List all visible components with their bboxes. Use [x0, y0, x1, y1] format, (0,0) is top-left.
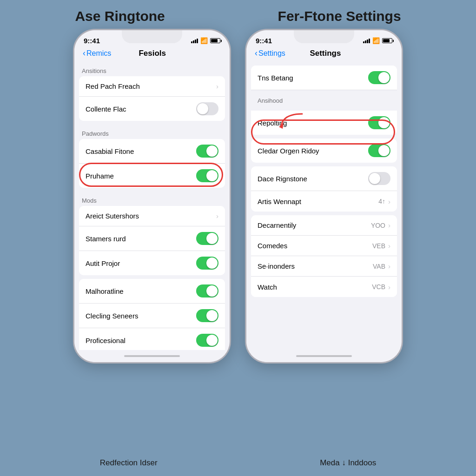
- row-red-pach[interactable]: Red Pach Freach ›: [79, 76, 225, 97]
- nav-back-label-right: Settings: [258, 49, 285, 58]
- comedes-value: VEB: [372, 242, 385, 250]
- row-right-seinonders: VAB ›: [373, 262, 390, 270]
- nav-back-right[interactable]: ‹ Settings: [255, 48, 285, 58]
- toggle-knob-collente: [197, 103, 208, 114]
- decarn-value: YOO: [371, 222, 385, 229]
- toggle-malhoratline[interactable]: [196, 284, 218, 298]
- toggle-knob-dace: [369, 173, 380, 184]
- home-bar-right: [296, 355, 352, 357]
- row-decarnentily[interactable]: Decarnentily YOO ›: [251, 215, 397, 236]
- row-label-repolting: Repolting: [258, 119, 368, 127]
- toggle-knob-autit: [206, 258, 218, 269]
- status-icons-left: 📶: [191, 37, 220, 44]
- group-cledar: Cledar Orgen Ridoy: [251, 139, 397, 163]
- row-label-decarnentily: Decarnentily: [258, 221, 371, 229]
- row-casabial[interactable]: Casabial Fitone: [79, 139, 225, 164]
- toggle-tns-betang[interactable]: [368, 71, 390, 84]
- row-pruhame[interactable]: Pruhame: [79, 164, 225, 188]
- row-stamers[interactable]: Stamers rurd: [79, 226, 225, 251]
- section-header-padwords: Padwords: [74, 125, 230, 139]
- toggle-repolting[interactable]: [368, 116, 390, 129]
- row-label-seinonders: Se·inonders: [258, 262, 373, 270]
- battery-icon-right: [382, 38, 392, 43]
- row-label-autit: Autit Projor: [86, 259, 196, 267]
- row-watch[interactable]: Watch VCB ›: [251, 277, 397, 297]
- bottom-label-right: Meda ↓ Inddoos: [320, 458, 376, 468]
- row-seinonders[interactable]: Se·inonders VAB ›: [251, 256, 397, 277]
- right-phone: 9::41 📶 ‹ Settings Settings: [245, 29, 403, 364]
- row-comedes[interactable]: Comedes VEB ›: [251, 236, 397, 256]
- toggle-casabial[interactable]: [196, 145, 218, 158]
- battery-icon-left: [210, 38, 220, 43]
- row-autit[interactable]: Autit Projor: [79, 251, 225, 275]
- row-tns-betang[interactable]: Tns Betang: [251, 66, 397, 90]
- toggle-knob-casabial: [206, 145, 218, 157]
- status-icons-right: 📶: [363, 37, 392, 44]
- chevron-red-pach: ›: [216, 82, 218, 90]
- row-label-malhoratline: Malhoratline: [86, 287, 196, 295]
- row-label-collente: Collente Flac: [86, 105, 196, 113]
- row-label-stamers: Stamers rurd: [86, 235, 196, 243]
- row-clecling[interactable]: Clecling Seneers: [79, 304, 225, 328]
- section-header-ansitions: Ansitions: [74, 62, 230, 76]
- row-label-dace: Dace Rignstone: [258, 175, 368, 183]
- toggle-dace[interactable]: [368, 172, 390, 185]
- row-areict[interactable]: Areict Sutershors ›: [79, 206, 225, 226]
- row-repolting[interactable]: Repolting: [251, 111, 397, 135]
- nav-bar-left: ‹ Remics Fesiols: [74, 46, 230, 62]
- wifi-icon-right: 📶: [372, 37, 380, 44]
- group-tns: Tns Betang Ansihood Repolting: [251, 66, 397, 135]
- toggle-knob-tns-betang: [378, 72, 390, 83]
- seinonders-value: VAB: [373, 263, 385, 270]
- toggle-autit[interactable]: [196, 257, 218, 270]
- row-label-tns-betang: Tns Betang: [258, 74, 368, 82]
- row-label-comedes: Comedes: [258, 242, 372, 250]
- chevron-areict: ›: [216, 212, 218, 220]
- right-page-title: Fer-Ftone Settings: [278, 8, 401, 24]
- group-decarn: Decarnentily YOO › Comedes VEB ›: [251, 215, 397, 297]
- toggle-collente[interactable]: [196, 102, 218, 115]
- row-collente[interactable]: Collente Flac: [79, 97, 225, 121]
- group-mods: Areict Sutershors › Stamers rurd Autit P…: [79, 206, 225, 275]
- section-header-mods: Mods: [74, 192, 230, 206]
- row-proficesional[interactable]: Proficesional: [79, 328, 225, 350]
- nav-back-left[interactable]: ‹ Remics: [83, 48, 111, 58]
- row-label-clecling: Clecling Seneers: [86, 312, 196, 320]
- chevron-artis: ›: [388, 198, 390, 205]
- row-right-watch: VCB ›: [372, 283, 390, 291]
- toggle-knob-proficesional: [206, 335, 218, 346]
- toggle-stamers[interactable]: [196, 232, 218, 245]
- phone-notch-left: [122, 30, 182, 43]
- row-dace[interactable]: Dace Rignstone: [251, 166, 397, 191]
- group-ansitions: Red Pach Freach › Collente Flac: [79, 76, 225, 121]
- row-ansihood-header: Ansihood: [251, 90, 397, 111]
- row-malhoratline[interactable]: Malhoratline: [79, 279, 225, 304]
- toggle-knob-repolting: [378, 117, 390, 128]
- toggle-knob-stamers: [206, 233, 218, 244]
- signal-icon-right: [363, 39, 370, 43]
- toggle-cledar[interactable]: [368, 144, 390, 157]
- row-label-cledar: Cledar Orgen Ridoy: [258, 147, 368, 155]
- toggle-proficesional[interactable]: [196, 334, 218, 347]
- row-right-comedes: VEB ›: [372, 242, 390, 250]
- nav-title-right: Settings: [310, 49, 341, 58]
- toggle-knob-cledar: [378, 145, 390, 156]
- home-bar-left: [124, 355, 180, 357]
- back-arrow-left: ‹: [83, 48, 86, 58]
- wifi-icon-left: 📶: [200, 37, 208, 44]
- back-arrow-right: ‹: [255, 48, 258, 58]
- row-label-casabial: Casabial Fitone: [86, 147, 196, 155]
- chevron-seinonders: ›: [388, 262, 390, 270]
- toggle-pruhame[interactable]: [196, 169, 218, 182]
- right-phone-screen: 9::41 📶 ‹ Settings Settings: [246, 30, 402, 362]
- toggle-knob-clecling: [206, 310, 218, 321]
- row-artis[interactable]: Artis Wennapt 4↑ ›: [251, 191, 397, 212]
- row-label-red-pach: Red Pach Freach: [86, 82, 216, 90]
- row-cledar[interactable]: Cledar Orgen Ridoy: [251, 139, 397, 163]
- group-dace: Dace Rignstone Artis Wennapt 4↑ ›: [251, 166, 397, 212]
- settings-scroll-right: Tns Betang Ansihood Repolting: [246, 62, 402, 350]
- chevron-decarnentily: ›: [388, 221, 390, 229]
- row-right-areict: ›: [216, 212, 218, 220]
- toggle-clecling[interactable]: [196, 309, 218, 322]
- nav-bar-right: ‹ Settings Settings: [246, 46, 402, 62]
